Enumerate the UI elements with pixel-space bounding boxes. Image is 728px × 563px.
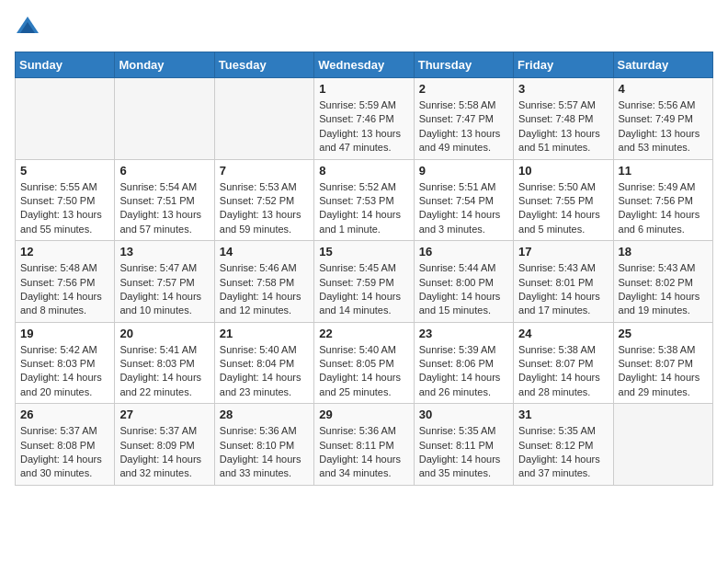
day-of-week-header: Friday xyxy=(514,52,613,78)
day-info: Sunrise: 5:48 AM Sunset: 7:56 PM Dayligh… xyxy=(20,261,109,318)
day-info: Sunrise: 5:40 AM Sunset: 8:04 PM Dayligh… xyxy=(220,343,309,400)
day-of-week-header: Sunday xyxy=(16,52,115,78)
day-number: 22 xyxy=(319,327,408,340)
day-number: 21 xyxy=(220,327,309,340)
calendar-cell: 19Sunrise: 5:42 AM Sunset: 8:03 PM Dayli… xyxy=(16,322,115,404)
day-info: Sunrise: 5:43 AM Sunset: 8:01 PM Dayligh… xyxy=(518,261,608,318)
day-number: 11 xyxy=(619,164,708,178)
calendar-cell: 15Sunrise: 5:45 AM Sunset: 7:59 PM Dayli… xyxy=(314,241,414,323)
calendar-cell: 16Sunrise: 5:44 AM Sunset: 8:00 PM Dayli… xyxy=(414,241,513,323)
calendar-table: SundayMondayTuesdayWednesdayThursdayFrid… xyxy=(15,52,713,486)
day-number: 4 xyxy=(619,82,708,96)
day-number: 14 xyxy=(220,245,309,259)
calendar-cell: 3Sunrise: 5:57 AM Sunset: 7:48 PM Daylig… xyxy=(514,78,613,160)
calendar-cell: 13Sunrise: 5:47 AM Sunset: 7:57 PM Dayli… xyxy=(115,241,214,323)
calendar-cell: 18Sunrise: 5:43 AM Sunset: 8:02 PM Dayli… xyxy=(613,241,712,323)
calendar-cell: 7Sunrise: 5:53 AM Sunset: 7:52 PM Daylig… xyxy=(214,159,313,241)
day-number: 2 xyxy=(419,82,508,96)
calendar-week-row: 12Sunrise: 5:48 AM Sunset: 7:56 PM Dayli… xyxy=(16,241,713,323)
calendar-cell: 5Sunrise: 5:55 AM Sunset: 7:50 PM Daylig… xyxy=(16,159,115,241)
logo-icon xyxy=(15,15,40,40)
day-info: Sunrise: 5:36 AM Sunset: 8:11 PM Dayligh… xyxy=(319,424,408,481)
day-number: 25 xyxy=(619,327,708,340)
calendar-cell: 11Sunrise: 5:49 AM Sunset: 7:56 PM Dayli… xyxy=(613,159,712,241)
day-info: Sunrise: 5:35 AM Sunset: 8:11 PM Dayligh… xyxy=(419,424,508,481)
calendar-cell: 28Sunrise: 5:36 AM Sunset: 8:10 PM Dayli… xyxy=(214,404,313,486)
days-of-week-row: SundayMondayTuesdayWednesdayThursdayFrid… xyxy=(16,52,713,78)
day-info: Sunrise: 5:45 AM Sunset: 7:59 PM Dayligh… xyxy=(319,261,408,318)
day-number: 17 xyxy=(518,245,608,259)
day-number: 27 xyxy=(119,408,209,421)
calendar-cell: 2Sunrise: 5:58 AM Sunset: 7:47 PM Daylig… xyxy=(414,78,513,160)
day-number: 13 xyxy=(119,245,209,259)
day-of-week-header: Wednesday xyxy=(314,52,414,78)
day-info: Sunrise: 5:59 AM Sunset: 7:46 PM Dayligh… xyxy=(319,98,408,155)
day-info: Sunrise: 5:37 AM Sunset: 8:09 PM Dayligh… xyxy=(119,424,209,481)
day-info: Sunrise: 5:41 AM Sunset: 8:03 PM Dayligh… xyxy=(119,343,209,400)
day-number: 16 xyxy=(419,245,508,259)
day-of-week-header: Tuesday xyxy=(214,52,313,78)
calendar-week-row: 19Sunrise: 5:42 AM Sunset: 8:03 PM Dayli… xyxy=(16,322,713,404)
calendar-cell: 31Sunrise: 5:35 AM Sunset: 8:12 PM Dayli… xyxy=(514,404,613,486)
calendar-cell xyxy=(214,78,313,160)
day-number: 31 xyxy=(518,408,608,421)
calendar-cell: 29Sunrise: 5:36 AM Sunset: 8:11 PM Dayli… xyxy=(314,404,414,486)
day-number: 18 xyxy=(619,245,708,259)
calendar-cell: 9Sunrise: 5:51 AM Sunset: 7:54 PM Daylig… xyxy=(414,159,513,241)
logo xyxy=(15,15,44,40)
calendar-cell: 23Sunrise: 5:39 AM Sunset: 8:06 PM Dayli… xyxy=(414,322,513,404)
day-info: Sunrise: 5:50 AM Sunset: 7:55 PM Dayligh… xyxy=(518,180,608,237)
day-info: Sunrise: 5:35 AM Sunset: 8:12 PM Dayligh… xyxy=(518,424,608,481)
day-info: Sunrise: 5:42 AM Sunset: 8:03 PM Dayligh… xyxy=(20,343,109,400)
calendar-cell xyxy=(613,404,712,486)
day-info: Sunrise: 5:51 AM Sunset: 7:54 PM Dayligh… xyxy=(419,180,508,237)
day-info: Sunrise: 5:38 AM Sunset: 8:07 PM Dayligh… xyxy=(619,343,708,400)
day-of-week-header: Thursday xyxy=(414,52,513,78)
day-info: Sunrise: 5:39 AM Sunset: 8:06 PM Dayligh… xyxy=(419,343,508,400)
calendar-cell: 26Sunrise: 5:37 AM Sunset: 8:08 PM Dayli… xyxy=(16,404,115,486)
calendar-cell: 14Sunrise: 5:46 AM Sunset: 7:58 PM Dayli… xyxy=(214,241,313,323)
day-of-week-header: Monday xyxy=(115,52,214,78)
calendar-cell xyxy=(115,78,214,160)
calendar-cell: 24Sunrise: 5:38 AM Sunset: 8:07 PM Dayli… xyxy=(514,322,613,404)
day-info: Sunrise: 5:52 AM Sunset: 7:53 PM Dayligh… xyxy=(319,180,408,237)
day-info: Sunrise: 5:49 AM Sunset: 7:56 PM Dayligh… xyxy=(619,180,708,237)
calendar-header: SundayMondayTuesdayWednesdayThursdayFrid… xyxy=(16,52,713,78)
day-number: 29 xyxy=(319,408,408,421)
day-info: Sunrise: 5:54 AM Sunset: 7:51 PM Dayligh… xyxy=(119,180,209,237)
day-info: Sunrise: 5:56 AM Sunset: 7:49 PM Dayligh… xyxy=(619,98,708,155)
calendar-cell: 4Sunrise: 5:56 AM Sunset: 7:49 PM Daylig… xyxy=(613,78,712,160)
calendar-cell xyxy=(16,78,115,160)
page-header xyxy=(15,15,713,40)
day-number: 3 xyxy=(518,82,608,96)
day-number: 23 xyxy=(419,327,508,340)
day-number: 10 xyxy=(518,164,608,178)
day-info: Sunrise: 5:37 AM Sunset: 8:08 PM Dayligh… xyxy=(20,424,109,481)
calendar-cell: 8Sunrise: 5:52 AM Sunset: 7:53 PM Daylig… xyxy=(314,159,414,241)
day-info: Sunrise: 5:53 AM Sunset: 7:52 PM Dayligh… xyxy=(220,180,309,237)
day-number: 1 xyxy=(319,82,408,96)
day-number: 15 xyxy=(319,245,408,259)
day-number: 7 xyxy=(220,164,309,178)
day-info: Sunrise: 5:38 AM Sunset: 8:07 PM Dayligh… xyxy=(518,343,608,400)
calendar-cell: 17Sunrise: 5:43 AM Sunset: 8:01 PM Dayli… xyxy=(514,241,613,323)
day-number: 26 xyxy=(20,408,109,421)
day-number: 6 xyxy=(119,164,209,178)
day-info: Sunrise: 5:40 AM Sunset: 8:05 PM Dayligh… xyxy=(319,343,408,400)
calendar-cell: 6Sunrise: 5:54 AM Sunset: 7:51 PM Daylig… xyxy=(115,159,214,241)
day-number: 20 xyxy=(119,327,209,340)
day-info: Sunrise: 5:46 AM Sunset: 7:58 PM Dayligh… xyxy=(220,261,309,318)
calendar-week-row: 5Sunrise: 5:55 AM Sunset: 7:50 PM Daylig… xyxy=(16,159,713,241)
calendar-cell: 1Sunrise: 5:59 AM Sunset: 7:46 PM Daylig… xyxy=(314,78,414,160)
day-info: Sunrise: 5:43 AM Sunset: 8:02 PM Dayligh… xyxy=(619,261,708,318)
calendar-cell: 25Sunrise: 5:38 AM Sunset: 8:07 PM Dayli… xyxy=(613,322,712,404)
day-info: Sunrise: 5:44 AM Sunset: 8:00 PM Dayligh… xyxy=(419,261,508,318)
day-info: Sunrise: 5:55 AM Sunset: 7:50 PM Dayligh… xyxy=(20,180,109,237)
day-number: 12 xyxy=(20,245,109,259)
day-info: Sunrise: 5:47 AM Sunset: 7:57 PM Dayligh… xyxy=(119,261,209,318)
calendar-cell: 27Sunrise: 5:37 AM Sunset: 8:09 PM Dayli… xyxy=(115,404,214,486)
calendar-week-row: 26Sunrise: 5:37 AM Sunset: 8:08 PM Dayli… xyxy=(16,404,713,486)
calendar-cell: 22Sunrise: 5:40 AM Sunset: 8:05 PM Dayli… xyxy=(314,322,414,404)
calendar-cell: 30Sunrise: 5:35 AM Sunset: 8:11 PM Dayli… xyxy=(414,404,513,486)
day-number: 30 xyxy=(419,408,508,421)
